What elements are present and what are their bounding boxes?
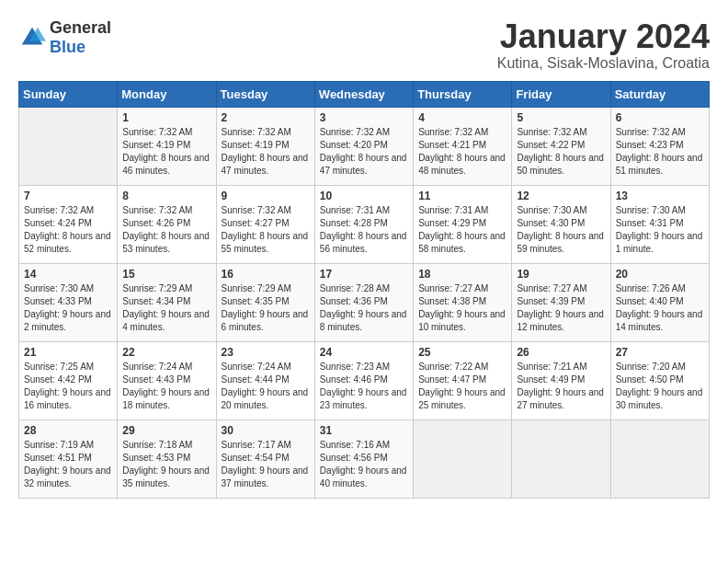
day-info: Sunrise: 7:16 AM Sunset: 4:56 PM Dayligh… <box>320 439 408 490</box>
sunrise-text: Sunrise: 7:32 AM <box>122 126 210 139</box>
daylight-text: Daylight: 8 hours and 52 minutes. <box>24 230 112 256</box>
day-info: Sunrise: 7:28 AM Sunset: 4:36 PM Dayligh… <box>320 282 408 334</box>
daylight-text: Daylight: 8 hours and 48 minutes. <box>418 152 506 178</box>
calendar-cell <box>19 107 118 185</box>
calendar-cell: 31 Sunrise: 7:16 AM Sunset: 4:56 PM Dayl… <box>314 419 413 498</box>
day-info: Sunrise: 7:27 AM Sunset: 4:38 PM Dayligh… <box>418 282 506 334</box>
week-row-4: 21 Sunrise: 7:25 AM Sunset: 4:42 PM Dayl… <box>19 341 710 419</box>
logo-general: General <box>50 18 111 37</box>
week-row-5: 28 Sunrise: 7:19 AM Sunset: 4:51 PM Dayl… <box>19 419 710 498</box>
sunrise-text: Sunrise: 7:26 AM <box>616 282 704 295</box>
day-number: 30 <box>222 424 310 437</box>
calendar-cell: 14 Sunrise: 7:30 AM Sunset: 4:33 PM Dayl… <box>19 263 118 341</box>
calendar-cell: 3 Sunrise: 7:32 AM Sunset: 4:20 PM Dayli… <box>314 107 413 185</box>
daylight-text: Daylight: 8 hours and 47 minutes. <box>320 152 408 178</box>
day-info: Sunrise: 7:32 AM Sunset: 4:27 PM Dayligh… <box>222 204 310 256</box>
calendar-cell: 30 Sunrise: 7:17 AM Sunset: 4:54 PM Dayl… <box>216 419 314 498</box>
day-info: Sunrise: 7:18 AM Sunset: 4:53 PM Dayligh… <box>122 439 210 490</box>
calendar-cell: 5 Sunrise: 7:32 AM Sunset: 4:22 PM Dayli… <box>512 107 610 185</box>
sunrise-text: Sunrise: 7:23 AM <box>320 361 408 373</box>
sunrise-text: Sunrise: 7:32 AM <box>616 126 704 139</box>
day-info: Sunrise: 7:27 AM Sunset: 4:39 PM Dayligh… <box>517 282 605 334</box>
sunrise-text: Sunrise: 7:24 AM <box>222 361 310 373</box>
day-info: Sunrise: 7:17 AM Sunset: 4:54 PM Dayligh… <box>222 439 310 490</box>
day-number: 20 <box>616 268 704 281</box>
sunset-text: Sunset: 4:47 PM <box>418 373 506 386</box>
day-number: 15 <box>122 268 210 281</box>
calendar-cell: 24 Sunrise: 7:23 AM Sunset: 4:46 PM Dayl… <box>314 341 413 419</box>
day-number: 22 <box>122 346 210 359</box>
sunrise-text: Sunrise: 7:32 AM <box>418 126 506 139</box>
sunset-text: Sunset: 4:53 PM <box>122 452 210 465</box>
sunset-text: Sunset: 4:29 PM <box>418 217 506 230</box>
daylight-text: Daylight: 8 hours and 46 minutes. <box>122 152 210 178</box>
day-info: Sunrise: 7:20 AM Sunset: 4:50 PM Dayligh… <box>616 361 704 412</box>
day-info: Sunrise: 7:23 AM Sunset: 4:46 PM Dayligh… <box>320 361 408 412</box>
calendar-cell: 23 Sunrise: 7:24 AM Sunset: 4:44 PM Dayl… <box>216 341 314 419</box>
calendar-cell: 16 Sunrise: 7:29 AM Sunset: 4:35 PM Dayl… <box>216 263 314 341</box>
day-info: Sunrise: 7:32 AM Sunset: 4:19 PM Dayligh… <box>222 126 310 178</box>
sunset-text: Sunset: 4:40 PM <box>616 295 704 308</box>
sunrise-text: Sunrise: 7:30 AM <box>616 204 704 217</box>
sunrise-text: Sunrise: 7:18 AM <box>122 439 210 452</box>
day-number: 1 <box>122 111 210 124</box>
daylight-text: Daylight: 9 hours and 8 minutes. <box>320 308 408 334</box>
sunrise-text: Sunrise: 7:31 AM <box>320 204 408 217</box>
calendar-cell: 21 Sunrise: 7:25 AM Sunset: 4:42 PM Dayl… <box>19 341 118 419</box>
day-info: Sunrise: 7:32 AM Sunset: 4:20 PM Dayligh… <box>320 126 408 178</box>
calendar-cell: 25 Sunrise: 7:22 AM Sunset: 4:47 PM Dayl… <box>414 341 512 419</box>
sunrise-text: Sunrise: 7:21 AM <box>517 361 605 373</box>
calendar-cell: 11 Sunrise: 7:31 AM Sunset: 4:29 PM Dayl… <box>414 185 512 263</box>
sunset-text: Sunset: 4:49 PM <box>517 373 605 386</box>
calendar-cell: 17 Sunrise: 7:28 AM Sunset: 4:36 PM Dayl… <box>314 263 413 341</box>
day-info: Sunrise: 7:31 AM Sunset: 4:28 PM Dayligh… <box>320 204 408 256</box>
sunrise-text: Sunrise: 7:16 AM <box>320 439 408 452</box>
day-number: 26 <box>517 346 605 359</box>
sunset-text: Sunset: 4:31 PM <box>616 217 704 230</box>
calendar-cell <box>610 419 709 498</box>
daylight-text: Daylight: 9 hours and 12 minutes. <box>517 308 605 334</box>
sunrise-text: Sunrise: 7:32 AM <box>122 204 210 217</box>
daylight-text: Daylight: 8 hours and 47 minutes. <box>222 152 310 178</box>
day-number: 8 <box>122 190 210 202</box>
sunset-text: Sunset: 4:36 PM <box>320 295 408 308</box>
sunset-text: Sunset: 4:30 PM <box>517 217 605 230</box>
daylight-text: Daylight: 9 hours and 32 minutes. <box>24 465 112 490</box>
sunset-text: Sunset: 4:54 PM <box>222 452 310 465</box>
day-number: 17 <box>320 268 408 281</box>
daylight-text: Daylight: 9 hours and 18 minutes. <box>122 386 210 412</box>
daylight-text: Daylight: 9 hours and 23 minutes. <box>320 386 408 412</box>
sunset-text: Sunset: 4:46 PM <box>320 373 408 386</box>
day-info: Sunrise: 7:29 AM Sunset: 4:34 PM Dayligh… <box>122 282 210 334</box>
calendar-cell: 6 Sunrise: 7:32 AM Sunset: 4:23 PM Dayli… <box>610 107 709 185</box>
daylight-text: Daylight: 9 hours and 2 minutes. <box>24 308 112 334</box>
sunrise-text: Sunrise: 7:30 AM <box>24 282 112 295</box>
calendar-cell: 20 Sunrise: 7:26 AM Sunset: 4:40 PM Dayl… <box>610 263 709 341</box>
calendar-cell: 19 Sunrise: 7:27 AM Sunset: 4:39 PM Dayl… <box>512 263 610 341</box>
day-info: Sunrise: 7:25 AM Sunset: 4:42 PM Dayligh… <box>24 361 112 412</box>
logo-icon <box>18 24 46 52</box>
header-thursday: Thursday <box>414 81 512 107</box>
daylight-text: Daylight: 9 hours and 16 minutes. <box>24 386 112 412</box>
day-number: 18 <box>418 268 506 281</box>
calendar-cell: 27 Sunrise: 7:20 AM Sunset: 4:50 PM Dayl… <box>610 341 709 419</box>
location-title: Kutina, Sisak-Moslavina, Croatia <box>497 55 710 72</box>
day-info: Sunrise: 7:32 AM Sunset: 4:22 PM Dayligh… <box>517 126 605 178</box>
daylight-text: Daylight: 9 hours and 37 minutes. <box>222 465 310 490</box>
sunset-text: Sunset: 4:34 PM <box>122 295 210 308</box>
day-number: 23 <box>222 346 310 359</box>
day-info: Sunrise: 7:32 AM Sunset: 4:24 PM Dayligh… <box>24 204 112 256</box>
sunset-text: Sunset: 4:20 PM <box>320 139 408 152</box>
day-number: 2 <box>222 111 310 124</box>
day-number: 24 <box>320 346 408 359</box>
sunset-text: Sunset: 4:23 PM <box>616 139 704 152</box>
sunset-text: Sunset: 4:51 PM <box>24 452 112 465</box>
sunset-text: Sunset: 4:43 PM <box>122 373 210 386</box>
day-info: Sunrise: 7:32 AM Sunset: 4:23 PM Dayligh… <box>616 126 704 178</box>
day-info: Sunrise: 7:21 AM Sunset: 4:49 PM Dayligh… <box>517 361 605 412</box>
daylight-text: Daylight: 9 hours and 27 minutes. <box>517 386 605 412</box>
calendar-cell: 13 Sunrise: 7:30 AM Sunset: 4:31 PM Dayl… <box>610 185 709 263</box>
calendar-cell: 18 Sunrise: 7:27 AM Sunset: 4:38 PM Dayl… <box>414 263 512 341</box>
sunrise-text: Sunrise: 7:19 AM <box>24 439 112 452</box>
day-info: Sunrise: 7:26 AM Sunset: 4:40 PM Dayligh… <box>616 282 704 334</box>
